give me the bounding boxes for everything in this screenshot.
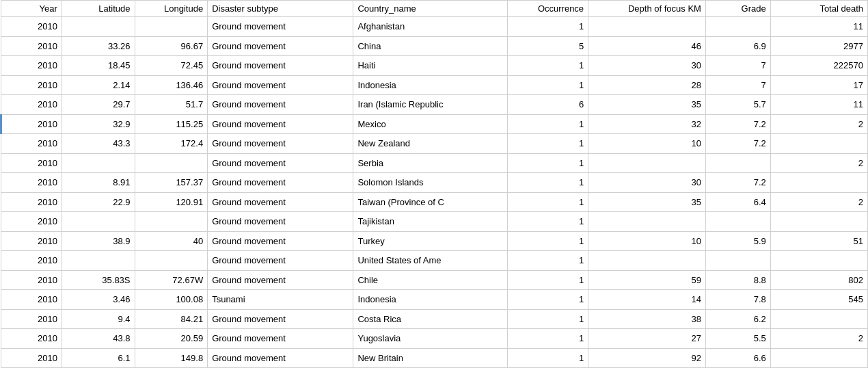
table-row: 201038.940Ground movementTurkey1105.951 (1, 231, 868, 251)
cell-year: 2010 (1, 75, 62, 95)
column-header-occurrence: Occurrence (507, 1, 588, 17)
cell-lon (135, 17, 208, 37)
cell-grade (705, 251, 770, 271)
cell-depth: 10 (588, 231, 706, 251)
cell-year: 2010 (1, 114, 62, 134)
cell-occurrence: 1 (507, 231, 588, 251)
table-row: 20106.1149.8Ground movementNew Britain19… (1, 348, 868, 368)
cell-grade: 6.2 (705, 309, 770, 329)
cell-grade: 5.9 (705, 231, 770, 251)
cell-year: 2010 (1, 231, 62, 251)
cell-occurrence: 1 (507, 114, 588, 134)
cell-year: 2010 (1, 134, 62, 154)
cell-death: 2 (770, 192, 867, 212)
cell-country: Mexico (353, 114, 507, 134)
cell-country: Turkey (353, 231, 507, 251)
cell-occurrence: 1 (507, 56, 588, 76)
cell-year: 2010 (1, 309, 62, 329)
cell-subtype: Ground movement (208, 309, 353, 329)
cell-subtype: Ground movement (208, 173, 353, 193)
cell-death: 11 (770, 17, 867, 37)
table-row: 20109.484.21Ground movementCosta Rica138… (1, 309, 868, 329)
cell-subtype: Ground movement (208, 348, 353, 368)
cell-lon (135, 212, 208, 232)
cell-grade: 7.2 (705, 173, 770, 193)
table-row: 201033.2696.67Ground movementChina5466.9… (1, 36, 868, 56)
cell-year: 2010 (1, 17, 62, 37)
cell-death (770, 348, 867, 368)
cell-country: Iran (Islamic Republic (353, 95, 507, 115)
cell-lat: 33.26 (62, 36, 135, 56)
cell-country: New Britain (353, 348, 507, 368)
table-row: 201035.83S72.67WGround movementChile1598… (1, 270, 868, 290)
cell-occurrence: 1 (507, 153, 588, 173)
cell-year: 2010 (1, 329, 62, 349)
cell-occurrence: 1 (507, 173, 588, 193)
cell-lat: 2.14 (62, 75, 135, 95)
cell-subtype: Ground movement (208, 212, 353, 232)
cell-year: 2010 (1, 251, 62, 271)
cell-depth: 27 (588, 329, 706, 349)
cell-death: 11 (770, 95, 867, 115)
cell-grade: 7 (705, 75, 770, 95)
table-row: 201018.4572.45Ground movementHaiti130722… (1, 56, 868, 76)
cell-year: 2010 (1, 153, 62, 173)
cell-occurrence: 1 (507, 270, 588, 290)
cell-depth: 32 (588, 114, 706, 134)
cell-occurrence: 1 (507, 75, 588, 95)
cell-depth: 10 (588, 134, 706, 154)
cell-grade: 8.8 (705, 270, 770, 290)
cell-occurrence: 1 (507, 251, 588, 271)
cell-grade (705, 212, 770, 232)
cell-grade: 5.5 (705, 329, 770, 349)
cell-death (770, 251, 867, 271)
cell-year: 2010 (1, 270, 62, 290)
table-row: 201043.820.59Ground movementYugoslavia12… (1, 329, 868, 349)
cell-lon: 115.25 (135, 114, 208, 134)
table-row: 20103.46100.08TsunamiIndonesia1147.8545 (1, 290, 868, 310)
cell-lat: 43.8 (62, 329, 135, 349)
cell-lat: 35.83S (62, 270, 135, 290)
cell-lat: 22.9 (62, 192, 135, 212)
table-row: 2010Ground movementUnited States of Ame1 (1, 251, 868, 271)
cell-year: 2010 (1, 95, 62, 115)
cell-lon: 51.7 (135, 95, 208, 115)
cell-year: 2010 (1, 56, 62, 76)
table-row: 2010Ground movementTajikistan1 (1, 212, 868, 232)
table-row: 201022.9120.91Ground movementTaiwan (Pro… (1, 192, 868, 212)
cell-grade: 5.7 (705, 95, 770, 115)
cell-subtype: Ground movement (208, 75, 353, 95)
cell-lat: 8.91 (62, 173, 135, 193)
cell-death: 2 (770, 114, 867, 134)
cell-death: 51 (770, 231, 867, 251)
column-header-disaster-subtype: Disaster subtype (208, 1, 353, 17)
cell-subtype: Ground movement (208, 251, 353, 271)
cell-grade (705, 17, 770, 37)
cell-occurrence: 1 (507, 290, 588, 310)
cell-lon: 157.37 (135, 173, 208, 193)
cell-occurrence: 1 (507, 17, 588, 37)
cell-occurrence: 1 (507, 192, 588, 212)
cell-lat (62, 17, 135, 37)
cell-subtype: Ground movement (208, 153, 353, 173)
cell-depth: 14 (588, 290, 706, 310)
cell-country: Serbia (353, 153, 507, 173)
cell-depth: 30 (588, 173, 706, 193)
column-header-latitude: Latitude (62, 1, 135, 17)
cell-country: Yugoslavia (353, 329, 507, 349)
cell-occurrence: 6 (507, 95, 588, 115)
cell-lon: 172.4 (135, 134, 208, 154)
cell-lon: 20.59 (135, 329, 208, 349)
cell-country: China (353, 36, 507, 56)
cell-lon: 120.91 (135, 192, 208, 212)
cell-lon: 100.08 (135, 290, 208, 310)
cell-country: Indonesia (353, 290, 507, 310)
cell-lon: 149.8 (135, 348, 208, 368)
cell-death: 545 (770, 290, 867, 310)
table-row: 201032.9115.25Ground movementMexico1327.… (1, 114, 868, 134)
table-row: 20102.14136.46Ground movementIndonesia12… (1, 75, 868, 95)
data-table: YearLatitudeLongitudeDisaster subtypeCou… (0, 0, 868, 368)
cell-year: 2010 (1, 173, 62, 193)
cell-lat: 9.4 (62, 309, 135, 329)
cell-lat: 38.9 (62, 231, 135, 251)
